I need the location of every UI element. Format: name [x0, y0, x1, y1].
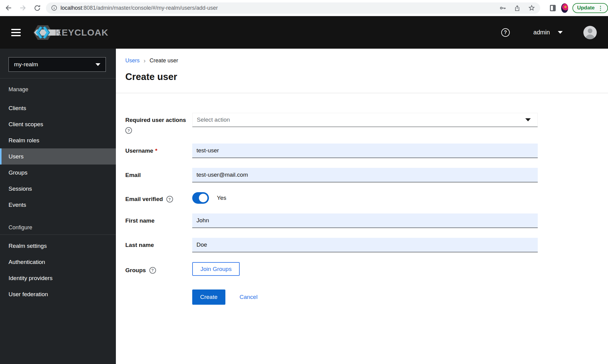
- groups-label-group: Groups ?: [125, 262, 192, 276]
- username-row: Username*: [125, 144, 608, 158]
- required-actions-label: Required user actions: [125, 117, 186, 123]
- sidebar-item-user-federation[interactable]: User federation: [0, 286, 116, 302]
- person-icon: [583, 26, 597, 39]
- browser-toolbar: localhost:8081/admin/master/console/#/my…: [0, 0, 608, 16]
- password-key-icon[interactable]: [499, 5, 506, 12]
- sidebar-item-users[interactable]: Users: [0, 148, 116, 165]
- title-divider: [116, 93, 608, 93]
- nav-section-configure: Configure: [0, 213, 116, 234]
- address-bar[interactable]: localhost:8081/admin/master/console/#/my…: [46, 2, 540, 14]
- screen: localhost:8081/admin/master/console/#/my…: [0, 0, 608, 364]
- side-panel-icon[interactable]: [550, 5, 556, 11]
- browser-forward-icon[interactable]: [19, 4, 27, 12]
- required-actions-label-group: Required user actions ?: [125, 113, 192, 134]
- form-actions-row: Create Cancel: [125, 289, 608, 305]
- required-actions-select[interactable]: Select action: [192, 113, 538, 127]
- update-label: Update: [577, 5, 595, 11]
- sidebar-item-clients[interactable]: Clients: [0, 100, 116, 116]
- page-title: Create user: [125, 71, 608, 83]
- first-name-label: First name: [125, 217, 155, 224]
- username: admin: [533, 29, 550, 36]
- email-verified-toggle[interactable]: [192, 192, 209, 204]
- required-asterisk: *: [155, 147, 157, 154]
- email-verified-row: Email verified ? Yes: [125, 192, 608, 204]
- chevron-down-icon: [558, 31, 563, 34]
- user-menu[interactable]: admin: [533, 29, 563, 36]
- groups-row: Groups ? Join Groups: [125, 262, 608, 276]
- user-avatar[interactable]: [583, 26, 597, 39]
- sidebar-item-events[interactable]: Events: [0, 197, 116, 213]
- chevron-down-icon: [525, 118, 531, 121]
- nav-section-manage: Manage: [0, 78, 116, 96]
- breadcrumb-users-link[interactable]: Users: [125, 57, 140, 64]
- site-info-icon[interactable]: [51, 5, 57, 11]
- email-row: Email: [125, 168, 608, 182]
- last-name-row: Last name: [125, 238, 608, 252]
- sidebar-item-realm-roles[interactable]: Realm roles: [0, 132, 116, 148]
- chrome-update-button[interactable]: Update ⋮: [572, 3, 608, 13]
- url-path: :8081/admin/master/console/#/my-realm/us…: [82, 5, 218, 11]
- sidebar-item-identity-providers[interactable]: Identity providers: [0, 270, 116, 286]
- help-icon[interactable]: ?: [125, 127, 132, 134]
- breadcrumb-separator-icon: ›: [144, 57, 146, 64]
- toggle-knob: [199, 194, 207, 202]
- email-field[interactable]: [192, 168, 538, 182]
- realm-name: my-realm: [14, 61, 38, 68]
- nav-configure-list: Realm settings Authentication Identity p…: [0, 235, 116, 302]
- cancel-button[interactable]: Cancel: [239, 294, 257, 300]
- nav-toggle-button[interactable]: [11, 29, 21, 36]
- browser-reload-icon[interactable]: [33, 4, 41, 12]
- help-icon[interactable]: ?: [149, 267, 156, 274]
- browser-profile-avatar[interactable]: [561, 3, 568, 13]
- help-icon[interactable]: ?: [166, 196, 173, 203]
- share-icon[interactable]: [514, 5, 521, 12]
- brand-name: KEYCLOAK: [55, 27, 108, 38]
- first-name-label-group: First name: [125, 213, 192, 228]
- masthead: KEYCLOAK ? admin: [0, 16, 608, 49]
- actions-spacer: [125, 289, 192, 305]
- sidebar: my-realm Manage Clients Client scopes Re…: [0, 49, 116, 364]
- last-name-field[interactable]: [192, 238, 538, 252]
- username-label: Username: [125, 147, 153, 154]
- sidebar-item-client-scopes[interactable]: Client scopes: [0, 116, 116, 132]
- create-user-form: Required user actions ? Select action Us…: [125, 113, 608, 305]
- sidebar-item-groups[interactable]: Groups: [0, 165, 116, 181]
- username-label-group: Username*: [125, 144, 192, 158]
- chevron-down-icon: [96, 63, 100, 66]
- select-placeholder: Select action: [197, 116, 230, 123]
- groups-label: Groups: [125, 267, 146, 274]
- bookmark-star-icon[interactable]: [528, 4, 535, 12]
- email-verified-label-group: Email verified ?: [125, 192, 192, 204]
- sidebar-item-authentication[interactable]: Authentication: [0, 254, 116, 270]
- first-name-row: First name: [125, 213, 608, 228]
- sidebar-item-sessions[interactable]: Sessions: [0, 181, 116, 197]
- browser-menu-icon[interactable]: ⋮: [598, 5, 603, 12]
- username-field[interactable]: [192, 144, 538, 158]
- email-verified-label: Email verified: [125, 196, 163, 203]
- url-text: localhost:8081/admin/master/console/#/my…: [61, 5, 218, 11]
- create-button[interactable]: Create: [192, 289, 225, 305]
- email-label-group: Email: [125, 168, 192, 182]
- email-label: Email: [125, 172, 141, 178]
- join-groups-button[interactable]: Join Groups: [192, 262, 240, 276]
- nav-manage-list: Clients Client scopes Realm roles Users …: [0, 96, 116, 213]
- url-host: localhost: [61, 5, 82, 11]
- email-verified-state: Yes: [217, 195, 226, 201]
- first-name-field[interactable]: [192, 213, 538, 228]
- breadcrumb: Users › Create user: [125, 57, 608, 64]
- realm-selector[interactable]: my-realm: [9, 57, 106, 72]
- main-content: Users › Create user Create user Required…: [116, 49, 608, 364]
- side-panel-icon-strip: [551, 6, 553, 10]
- last-name-label-group: Last name: [125, 238, 192, 252]
- last-name-label: Last name: [125, 242, 154, 248]
- help-icon[interactable]: ?: [501, 28, 510, 37]
- required-actions-row: Required user actions ? Select action: [125, 113, 608, 134]
- keycloak-logo: KEYCLOAK: [32, 23, 108, 42]
- browser-back-icon[interactable]: [5, 4, 12, 12]
- sidebar-item-realm-settings[interactable]: Realm settings: [0, 238, 116, 254]
- breadcrumb-current: Create user: [150, 57, 178, 64]
